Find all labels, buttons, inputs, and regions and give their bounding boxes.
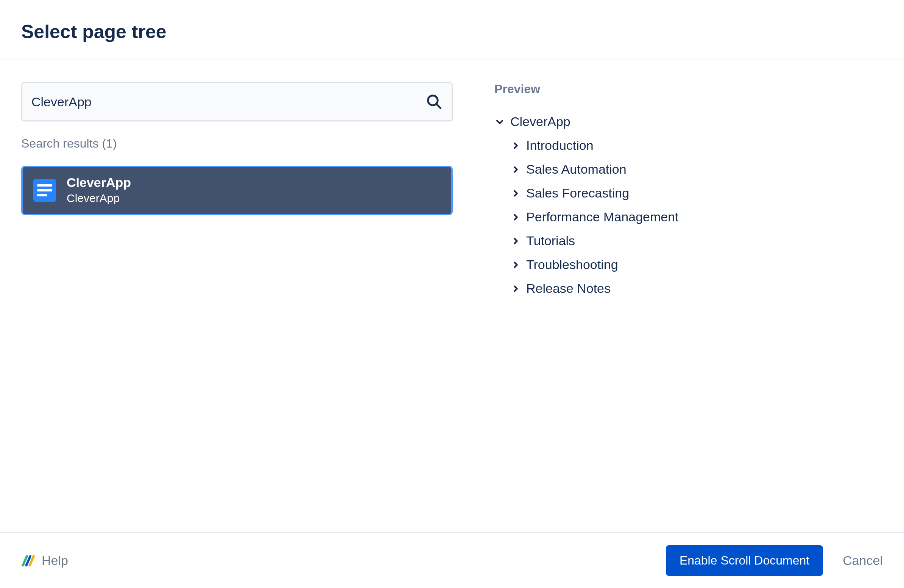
svg-line-1 (436, 104, 441, 108)
tree-node-root[interactable]: CleverApp (495, 110, 883, 134)
help-label: Help (42, 553, 68, 568)
tree-node-label: Introduction (526, 138, 594, 153)
dialog-body: Search results (1) CleverApp CleverApp P… (0, 59, 904, 300)
tree-node-child[interactable]: Performance Management (510, 205, 883, 229)
chevron-right-icon[interactable] (510, 188, 521, 199)
enable-scroll-document-button[interactable]: Enable Scroll Document (666, 545, 823, 576)
cancel-button[interactable]: Cancel (843, 553, 883, 568)
search-result-title: CleverApp (66, 175, 131, 190)
search-result-subtitle: CleverApp (66, 190, 131, 206)
tree-node-label: CleverApp (510, 114, 571, 129)
search-result-item[interactable]: CleverApp CleverApp (21, 166, 453, 215)
dialog-footer: Help Enable Scroll Document Cancel (0, 532, 904, 588)
footer-actions: Enable Scroll Document Cancel (666, 545, 883, 576)
dialog-header: Select page tree (0, 0, 904, 59)
chevron-right-icon[interactable] (510, 164, 521, 175)
tree-node-child[interactable]: Troubleshooting (510, 253, 883, 277)
search-input[interactable] (32, 95, 426, 109)
tree-node-child[interactable]: Release Notes (510, 277, 883, 300)
search-results-label: Search results (1) (21, 137, 453, 151)
tree-node-child[interactable]: Sales Forecasting (510, 181, 883, 205)
search-result-text: CleverApp CleverApp (66, 175, 131, 206)
preview-label: Preview (495, 82, 883, 96)
preview-panel: Preview CleverApp IntroductionSales Auto… (483, 82, 883, 300)
tree-node-child[interactable]: Tutorials (510, 229, 883, 253)
tree-node-label: Performance Management (526, 210, 679, 224)
chevron-right-icon[interactable] (510, 284, 521, 294)
chevron-down-icon[interactable] (495, 117, 505, 127)
page-icon (33, 179, 56, 202)
page-tree: CleverApp IntroductionSales AutomationSa… (495, 110, 883, 300)
tree-node-label: Tutorials (526, 233, 575, 248)
help-logo-icon (21, 554, 35, 568)
chevron-right-icon[interactable] (510, 140, 521, 151)
chevron-right-icon[interactable] (510, 260, 521, 270)
search-panel: Search results (1) CleverApp CleverApp (21, 82, 453, 300)
tree-node-label: Release Notes (526, 281, 611, 296)
chevron-right-icon[interactable] (510, 236, 521, 246)
search-box[interactable] (21, 82, 453, 121)
chevron-right-icon[interactable] (510, 212, 521, 222)
dialog-title: Select page tree (21, 21, 883, 43)
help-link[interactable]: Help (21, 553, 68, 568)
tree-node-label: Troubleshooting (526, 257, 618, 272)
tree-node-label: Sales Forecasting (526, 186, 629, 200)
tree-node-label: Sales Automation (526, 162, 626, 177)
tree-node-child[interactable]: Sales Automation (510, 158, 883, 181)
search-icon[interactable] (426, 93, 443, 110)
tree-node-child[interactable]: Introduction (510, 134, 883, 158)
